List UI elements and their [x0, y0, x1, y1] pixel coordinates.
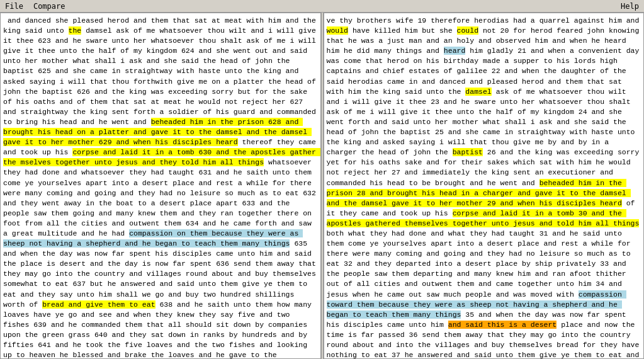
menu-bar: File Compare Help [0, 0, 644, 13]
menu-compare[interactable]: Compare [31, 1, 68, 11]
right-pane-text[interactable]: ve thy brothers wife 19 therefore herodi… [324, 13, 644, 358]
left-text-content: and danced she pleased herod and them th… [3, 16, 319, 358]
right-text-content: ve thy brothers wife 19 therefore herodi… [327, 16, 643, 358]
right-pane: ve thy brothers wife 19 therefore herodi… [324, 13, 645, 359]
menu-help[interactable]: Help [618, 1, 641, 11]
menu-items: File Compare [3, 1, 67, 11]
main-content: and danced she pleased herod and them th… [0, 13, 644, 359]
menu-file[interactable]: File [3, 1, 26, 11]
left-pane: and danced she pleased herod and them th… [0, 13, 321, 359]
left-pane-text[interactable]: and danced she pleased herod and them th… [1, 13, 320, 358]
